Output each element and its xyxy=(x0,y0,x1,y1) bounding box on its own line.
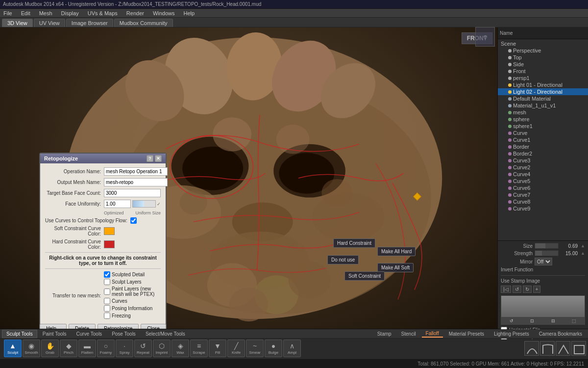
tool-btn-flatten[interactable]: ▬Flatten xyxy=(78,340,96,357)
stamp-btn2[interactable]: ↺ xyxy=(513,286,521,293)
tree-item-curve8[interactable]: Curve8 xyxy=(498,198,588,205)
help-button[interactable]: Help... xyxy=(40,324,67,329)
tab-3d-view[interactable]: 3D View xyxy=(2,19,33,27)
strength-slider[interactable] xyxy=(535,250,559,256)
tab-mudbox-community[interactable]: Mudbox Community xyxy=(114,19,173,27)
delete-button[interactable]: Delete xyxy=(69,324,96,329)
tool-btn-repeat[interactable]: ↺Repeat xyxy=(134,340,152,357)
stamp-btn1[interactable]: |◁ xyxy=(501,286,511,293)
tree-item-curve4[interactable]: Curve4 xyxy=(498,171,588,178)
stamp-btn3[interactable]: ↻ xyxy=(523,286,532,293)
tree-item-light02[interactable]: Light 02 - Directional xyxy=(498,88,588,95)
tree-item-sphere1[interactable]: sphere1 xyxy=(498,123,588,130)
tree-item-side[interactable]: Side xyxy=(498,61,588,68)
tool-btn-grab[interactable]: ✋Grab xyxy=(41,340,59,357)
tool-btn-foamy[interactable]: ○Foamy xyxy=(97,340,115,357)
falloff-1[interactable] xyxy=(524,341,539,356)
hard-color-swatch[interactable] xyxy=(104,240,115,248)
use-curves-checkbox[interactable] xyxy=(130,217,137,224)
stamp-ctrl1[interactable]: ↺ xyxy=(510,318,514,323)
dialog-close-btn[interactable]: ✕ xyxy=(155,155,162,162)
toolcat-2[interactable]: Curve Tools xyxy=(72,330,107,338)
dialog-help-btn[interactable]: ? xyxy=(147,155,153,162)
tool-btn-scrape[interactable]: ≡Scrape xyxy=(190,340,208,357)
tool-btn-sculpt[interactable]: ▲Sculpt xyxy=(4,340,22,357)
sculpt-layers-check[interactable] xyxy=(104,279,110,285)
tree-item-front[interactable]: Front xyxy=(498,68,588,75)
retopologize-button[interactable]: Retopologize xyxy=(98,324,139,329)
toolcat-4[interactable]: Select/Move Tools xyxy=(141,330,190,338)
tree-item-light01[interactable]: Light 01 - Directional xyxy=(498,81,588,88)
operation-name-input[interactable] xyxy=(104,167,168,176)
tree-item-curve5[interactable]: Curve5 xyxy=(498,178,588,184)
tree-item-curve6[interactable]: Curve6 xyxy=(498,184,588,191)
viewport[interactable]: FRONT Hard Constraint Make All Hard Do n… xyxy=(0,27,497,329)
stamp-ctrl3[interactable]: ⊟ xyxy=(551,318,555,323)
tree-item-perspective[interactable]: Perspective xyxy=(498,47,588,54)
tab-uv-view[interactable]: UV View xyxy=(34,19,65,27)
close-button[interactable]: Close xyxy=(141,324,166,329)
face-uniformity-slider[interactable] xyxy=(132,200,156,208)
tree-item-curve3[interactable]: Curve3 xyxy=(498,157,588,164)
tool-btn-smear[interactable]: ~Smear xyxy=(246,340,264,357)
falloff-tab-3[interactable]: Material Presets xyxy=(445,331,488,337)
tool-btn-amplify[interactable]: ∧Ampl xyxy=(283,340,301,357)
tool-btn-bulge[interactable]: ●Bulge xyxy=(265,340,282,357)
freezing-check[interactable] xyxy=(104,313,110,319)
tree-item-border2[interactable]: Border2 xyxy=(498,150,588,157)
tree-item-curve2[interactable]: Curve2 xyxy=(498,164,588,171)
toolcat-0[interactable]: Sculpt Tools xyxy=(2,330,37,338)
stamp-ctrl4[interactable]: ⬚ xyxy=(572,318,576,323)
stamp-ctrl2[interactable]: ⊡ xyxy=(530,318,534,323)
falloff-4[interactable] xyxy=(571,341,586,356)
tree-item-scene[interactable]: Scene xyxy=(498,40,588,47)
tool-btn-wax[interactable]: ◈Wax xyxy=(172,340,189,357)
target-face-input[interactable] xyxy=(104,189,161,197)
toolcat-3[interactable]: Pose Tools xyxy=(107,330,140,338)
tree-item-persp1[interactable]: persp1 xyxy=(498,75,588,81)
scene-tree[interactable]: ScenePerspectiveTopSideFrontpersp1Light … xyxy=(498,39,588,240)
menu-item-render[interactable]: Render xyxy=(125,10,146,17)
tree-item-curve1[interactable]: Curve1 xyxy=(498,136,588,143)
paint-layers-check[interactable] xyxy=(104,289,110,295)
falloff-3[interactable] xyxy=(556,341,570,356)
falloff-tab-4[interactable]: Lighting Presets xyxy=(490,331,533,337)
nav-cube[interactable]: ⬡ xyxy=(475,27,495,47)
stamp-btn4[interactable]: + xyxy=(533,286,541,293)
falloff-tab-0[interactable]: Stamp xyxy=(373,331,395,337)
menu-item-mesh[interactable]: Mesh xyxy=(38,10,54,17)
tree-item-material_1_u1_v1[interactable]: Material_1_u1_v1 xyxy=(498,102,588,109)
falloff-tab-2[interactable]: Falloff xyxy=(422,330,443,338)
mirror-select[interactable]: OffXYZ xyxy=(535,258,552,265)
toolcat-1[interactable]: Paint Tools xyxy=(38,330,71,338)
tree-item-curve7[interactable]: Curve7 xyxy=(498,191,588,198)
tree-item-border[interactable]: Border xyxy=(498,143,588,150)
tool-btn-smooth[interactable]: ◉Smooth xyxy=(23,340,40,357)
menu-item-uvs & maps[interactable]: UVs & Maps xyxy=(86,10,119,17)
falloff-tab-1[interactable]: Stencil xyxy=(397,331,420,337)
tool-btn-imprint[interactable]: ⬡Imprint xyxy=(153,340,171,357)
curves-check[interactable] xyxy=(104,298,110,304)
menu-item-windows[interactable]: Windows xyxy=(151,10,176,17)
tool-btn-pinch[interactable]: ◆Pinch xyxy=(60,340,77,357)
falloff-2[interactable] xyxy=(540,341,555,356)
tooltip-make-all-hard[interactable]: Make All Hard xyxy=(377,247,416,256)
menu-item-display[interactable]: Display xyxy=(60,10,80,17)
face-uniformity-input[interactable] xyxy=(104,200,131,208)
tool-btn-spray[interactable]: ·Spray xyxy=(116,340,133,357)
tree-item-top[interactable]: Top xyxy=(498,54,588,61)
tool-btn-fill[interactable]: ▼Fill xyxy=(209,340,226,357)
menu-item-edit[interactable]: Edit xyxy=(20,10,32,17)
sculpted-detail-check[interactable] xyxy=(104,271,110,278)
soft-color-swatch[interactable] xyxy=(104,227,115,235)
tree-item-sphere[interactable]: sphere xyxy=(498,116,588,123)
falloff-tab-5[interactable]: Camera Bookmarks xyxy=(535,331,586,337)
menu-item-file[interactable]: File xyxy=(2,10,14,17)
tool-btn-knife[interactable]: ╱Knife xyxy=(227,340,245,357)
tab-image-browser[interactable]: Image Browser xyxy=(66,19,113,27)
tree-item-mesh[interactable]: mesh xyxy=(498,109,588,116)
size-slider[interactable] xyxy=(535,243,559,249)
tree-item-curve[interactable]: Curve xyxy=(498,130,588,136)
tree-item-default_material[interactable]: Default Material xyxy=(498,95,588,102)
posing-check[interactable] xyxy=(104,305,110,312)
